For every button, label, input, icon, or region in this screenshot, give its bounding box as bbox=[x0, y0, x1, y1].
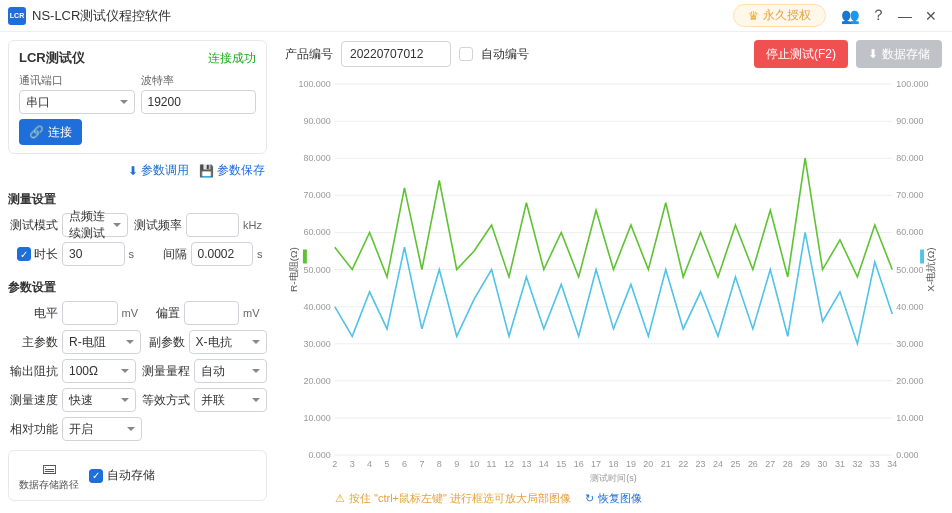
duration-label: 时长 bbox=[34, 246, 58, 263]
svg-text:20.000: 20.000 bbox=[303, 376, 330, 386]
svg-text:60.000: 60.000 bbox=[303, 227, 330, 237]
disk-icon: 🖴 bbox=[42, 459, 57, 476]
svg-text:10: 10 bbox=[469, 459, 479, 469]
range-label: 测量量程 bbox=[140, 363, 190, 380]
link-icon: 🔗 bbox=[29, 125, 44, 139]
svg-text:100.000: 100.000 bbox=[896, 79, 928, 89]
level-unit: mV bbox=[122, 307, 146, 319]
save-data-button[interactable]: ⬇ 数据存储 bbox=[856, 40, 942, 68]
help-icon[interactable]: ？ bbox=[866, 6, 890, 25]
outimp-select[interactable]: 100Ω bbox=[62, 359, 136, 383]
freq-label: 测试频率 bbox=[132, 217, 182, 234]
baud-input[interactable]: 19200 bbox=[141, 90, 257, 114]
duration-input[interactable]: 30 bbox=[62, 242, 125, 266]
autosave-label: 自动存储 bbox=[107, 467, 155, 484]
svg-text:27: 27 bbox=[765, 459, 775, 469]
chart-hints: ⚠ 按住 "ctrl+鼠标左键" 进行框选可放大局部图像 ↻ 恢复图像 bbox=[285, 485, 942, 506]
storage-card: 🖴 数据存储路径 ✓ 自动存储 bbox=[8, 450, 267, 501]
param-title: 参数设置 bbox=[8, 279, 267, 296]
svg-text:0.000: 0.000 bbox=[308, 450, 330, 460]
equiv-label: 等效方式 bbox=[140, 392, 190, 409]
svg-text:3: 3 bbox=[350, 459, 355, 469]
svg-text:50.000: 50.000 bbox=[303, 265, 330, 275]
level-label: 电平 bbox=[8, 305, 58, 322]
chart[interactable]: 0.0000.00010.00010.00020.00020.00030.000… bbox=[285, 74, 942, 485]
rel-label: 相对功能 bbox=[8, 421, 58, 438]
svg-text:0.000: 0.000 bbox=[896, 450, 918, 460]
svg-text:30.000: 30.000 bbox=[896, 339, 923, 349]
bias-input[interactable] bbox=[184, 301, 240, 325]
svg-text:15: 15 bbox=[556, 459, 566, 469]
restore-chart-button[interactable]: ↻ 恢复图像 bbox=[585, 491, 642, 506]
svg-text:21: 21 bbox=[661, 459, 671, 469]
minimize-button[interactable]: — bbox=[892, 8, 918, 24]
download-icon: ⬇ bbox=[868, 47, 878, 61]
svg-text:33: 33 bbox=[870, 459, 880, 469]
freq-input[interactable] bbox=[186, 213, 240, 237]
svg-text:9: 9 bbox=[454, 459, 459, 469]
users-icon[interactable]: 👥 bbox=[838, 7, 862, 25]
param-apply-button[interactable]: ⬇参数调用 bbox=[128, 162, 189, 179]
svg-text:29: 29 bbox=[800, 459, 810, 469]
mode-select[interactable]: 点频连续测试 bbox=[62, 213, 128, 237]
interval-unit: s bbox=[257, 248, 267, 260]
baud-label: 波特率 bbox=[141, 73, 257, 88]
interval-label: 间隔 bbox=[157, 246, 187, 263]
titlebar: LCR NS-LCR测试仪程控软件 ♛ 永久授权 👥 ？ — ✕ bbox=[0, 0, 952, 32]
autoid-checkbox[interactable] bbox=[459, 47, 473, 61]
rel-select[interactable]: 开启 bbox=[62, 417, 142, 441]
close-button[interactable]: ✕ bbox=[918, 8, 944, 24]
equiv-select[interactable]: 并联 bbox=[194, 388, 268, 412]
duration-checkbox[interactable]: ✓ bbox=[17, 247, 31, 261]
crown-icon: ♛ bbox=[748, 9, 759, 23]
svg-text:6: 6 bbox=[402, 459, 407, 469]
main-param-select[interactable]: R-电阻 bbox=[62, 330, 141, 354]
port-select[interactable]: 串口 bbox=[19, 90, 135, 114]
svg-text:26: 26 bbox=[748, 459, 758, 469]
stop-test-button[interactable]: 停止测试(F2) bbox=[754, 40, 848, 68]
svg-text:100.000: 100.000 bbox=[298, 79, 330, 89]
svg-text:10.000: 10.000 bbox=[303, 413, 330, 423]
port-label: 通讯端口 bbox=[19, 73, 135, 88]
connect-button[interactable]: 🔗 连接 bbox=[19, 119, 82, 145]
svg-text:90.000: 90.000 bbox=[896, 116, 923, 126]
prodid-label: 产品编号 bbox=[285, 46, 333, 63]
speed-select[interactable]: 快速 bbox=[62, 388, 136, 412]
svg-text:24: 24 bbox=[713, 459, 723, 469]
svg-text:19: 19 bbox=[626, 459, 636, 469]
param-section: 参数设置 电平 mV 偏置 mV 主参数 R-电阻 副参数 X-电抗 输出阻抗 … bbox=[8, 275, 267, 446]
interval-input[interactable]: 0.0002 bbox=[191, 242, 254, 266]
main-param-label: 主参数 bbox=[8, 334, 58, 351]
svg-text:34: 34 bbox=[887, 459, 897, 469]
speed-label: 测量速度 bbox=[8, 392, 58, 409]
svg-text:10.000: 10.000 bbox=[896, 413, 923, 423]
svg-text:60.000: 60.000 bbox=[896, 227, 923, 237]
svg-text:2: 2 bbox=[332, 459, 337, 469]
device-card: LCR测试仪 连接成功 通讯端口 串口 波特率 19200 🔗 连接 bbox=[8, 40, 267, 154]
save-icon: 💾 bbox=[199, 164, 214, 178]
bias-unit: mV bbox=[243, 307, 267, 319]
param-actions: ⬇参数调用 💾参数保存 bbox=[8, 158, 267, 183]
svg-text:30.000: 30.000 bbox=[303, 339, 330, 349]
main-toolbar: 产品编号 20220707012 自动编号 停止测试(F2) ⬇ 数据存储 bbox=[285, 40, 942, 68]
range-select[interactable]: 自动 bbox=[194, 359, 268, 383]
svg-text:25: 25 bbox=[730, 459, 740, 469]
svg-text:12: 12 bbox=[504, 459, 514, 469]
svg-text:31: 31 bbox=[835, 459, 845, 469]
svg-text:4: 4 bbox=[367, 459, 372, 469]
download-icon: ⬇ bbox=[128, 164, 138, 178]
svg-rect-69 bbox=[303, 249, 307, 263]
autosave-checkbox[interactable]: ✓ bbox=[89, 469, 103, 483]
prodid-input[interactable]: 20220707012 bbox=[341, 41, 451, 67]
svg-text:80.000: 80.000 bbox=[896, 153, 923, 163]
svg-text:16: 16 bbox=[574, 459, 584, 469]
storage-path-button[interactable]: 🖴 数据存储路径 bbox=[19, 459, 79, 492]
svg-text:20.000: 20.000 bbox=[896, 376, 923, 386]
sub-param-select[interactable]: X-电抗 bbox=[189, 330, 268, 354]
autoid-label: 自动编号 bbox=[481, 46, 529, 63]
app-icon: LCR bbox=[8, 7, 26, 25]
svg-rect-70 bbox=[920, 249, 924, 263]
svg-text:30: 30 bbox=[818, 459, 828, 469]
level-input[interactable] bbox=[62, 301, 118, 325]
param-save-button[interactable]: 💾参数保存 bbox=[199, 162, 265, 179]
